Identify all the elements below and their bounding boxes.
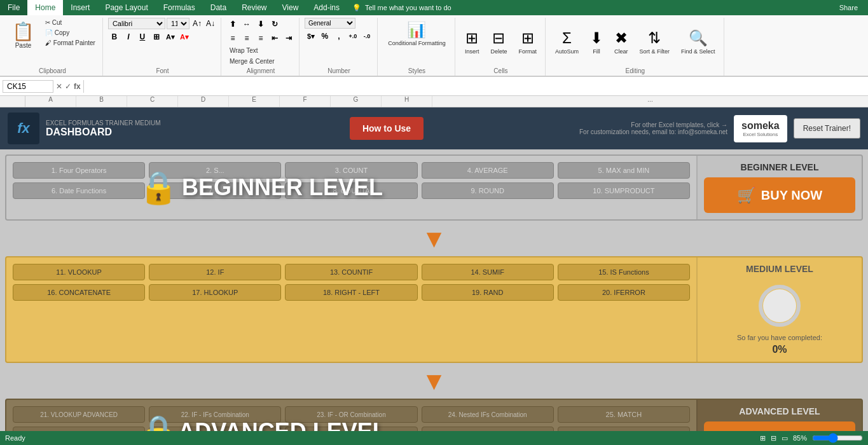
btn-max-min[interactable]: 5. MAX and MIN bbox=[558, 162, 690, 179]
increase-font-button[interactable]: A↑ bbox=[191, 19, 203, 28]
tab-formulas[interactable]: Formulas bbox=[156, 0, 203, 15]
increase-decimal-button[interactable]: +.0 bbox=[347, 30, 359, 43]
btn-concatenate[interactable]: 16. CONCATENATE bbox=[13, 284, 145, 301]
normal-view-button[interactable]: ▭ bbox=[782, 434, 788, 442]
accounting-format-button[interactable]: $▾ bbox=[305, 30, 317, 43]
btn-vlookup-advanced[interactable]: 21. VLOOKUP ADVANCED bbox=[13, 406, 145, 423]
format-button[interactable]: ⊞ Format bbox=[514, 26, 541, 58]
tab-insert[interactable]: Insert bbox=[63, 0, 97, 15]
btn-four-operators[interactable]: 1. Four Operators bbox=[13, 162, 145, 179]
btn-is-functions[interactable]: 15. IS Functions bbox=[558, 264, 690, 280]
btn-if-ifs[interactable]: 22. IF - IFs Combination bbox=[149, 406, 281, 423]
beginner-buy-now-button[interactable]: 🛒 BUY NOW bbox=[704, 177, 855, 213]
border-button[interactable]: ⊞ bbox=[150, 31, 163, 43]
fill-color-button[interactable]: A▾ bbox=[164, 31, 177, 43]
tab-view[interactable]: View bbox=[275, 0, 307, 15]
spreadsheet-area: fx EXCEL FORMULAS TRAINER MEDIUM DASHBOA… bbox=[0, 107, 868, 445]
underline-button[interactable]: U bbox=[136, 31, 149, 43]
number-group: General $▾ % , +.0 -.0 Number bbox=[301, 18, 378, 76]
btn-lesson7[interactable]: 7. ... bbox=[149, 182, 281, 199]
merge-center-button[interactable]: Merge & Center bbox=[226, 57, 278, 66]
btn-vlookup[interactable]: 11. VLOOKUP bbox=[13, 264, 145, 280]
tab-data[interactable]: Data bbox=[203, 0, 234, 15]
format-painter-button[interactable]: 🖌 Format Painter bbox=[42, 38, 99, 48]
page-layout-view-button[interactable]: ⊞ bbox=[760, 434, 766, 442]
btn-date-functions[interactable]: 6. Date Functions bbox=[13, 182, 145, 199]
italic-button[interactable]: I bbox=[122, 31, 135, 43]
delete-button[interactable]: ⊟ Delete bbox=[486, 26, 511, 58]
number-format-select[interactable]: General bbox=[305, 18, 355, 29]
decrease-font-button[interactable]: A↓ bbox=[204, 19, 217, 28]
cell-reference-box[interactable]: CK15 bbox=[3, 80, 53, 93]
btn-if[interactable]: 12. IF bbox=[149, 264, 281, 280]
cut-button[interactable]: ✂ Cut bbox=[42, 18, 99, 27]
share-button[interactable]: Share bbox=[839, 4, 863, 11]
tab-home[interactable]: Home bbox=[27, 0, 63, 15]
dashboard-title: DASHBOARD bbox=[46, 127, 343, 138]
tab-page-layout[interactable]: Page Layout bbox=[97, 0, 155, 15]
align-left-button[interactable]: ≡ bbox=[226, 32, 239, 44]
insert-function-icon[interactable]: fx bbox=[74, 82, 81, 91]
tab-file[interactable]: File bbox=[0, 0, 27, 15]
font-color-button[interactable]: A▾ bbox=[178, 31, 191, 43]
indent-decrease-button[interactable]: ⇤ bbox=[268, 32, 281, 44]
tab-addins[interactable]: Add-ins bbox=[306, 0, 347, 15]
status-right-area: ⊞ ⊟ ▭ 85% bbox=[760, 433, 863, 443]
font-family-select[interactable]: Calibri bbox=[108, 18, 165, 29]
tab-review[interactable]: Review bbox=[234, 0, 274, 15]
zoom-slider[interactable] bbox=[812, 433, 863, 443]
btn-hlookup[interactable]: 17. HLOOKUP bbox=[149, 284, 281, 301]
btn-right-left[interactable]: 18. RIGHT - LEFT bbox=[285, 284, 417, 301]
wrap-text-button[interactable]: Wrap Text bbox=[226, 46, 261, 55]
find-select-button[interactable]: 🔍 Find & Select bbox=[677, 26, 720, 58]
copy-button[interactable]: 📄 Copy bbox=[42, 28, 99, 38]
text-direction-button[interactable]: ↻ bbox=[268, 18, 281, 31]
align-bottom-button[interactable]: ⬇ bbox=[254, 18, 267, 31]
btn-average[interactable]: 4. AVERAGE bbox=[422, 162, 554, 179]
indent-increase-button[interactable]: ⇥ bbox=[282, 32, 295, 44]
font-size-select[interactable]: 11 bbox=[167, 18, 189, 29]
btn-match[interactable]: 25. MATCH bbox=[558, 406, 690, 423]
styles-label: Styles bbox=[408, 66, 425, 76]
btn-sumproduct[interactable]: 10. SUMPRODUCT bbox=[558, 182, 690, 199]
autosum-button[interactable]: Σ AutoSum bbox=[551, 26, 583, 58]
align-middle-button[interactable]: ↔ bbox=[240, 18, 253, 31]
reset-trainer-button[interactable]: Reset Trainer! bbox=[794, 118, 860, 139]
btn-nested-ifs[interactable]: 24. Nested IFs Combination bbox=[422, 406, 554, 423]
col-header-g: G bbox=[331, 96, 382, 107]
bold-button[interactable]: B bbox=[108, 31, 121, 43]
advanced-side-title: ADVANCED LEVEL bbox=[739, 406, 820, 416]
tell-me-input[interactable]: Tell me what you want to do bbox=[365, 4, 836, 11]
btn-if-or[interactable]: 23. IF - OR Combination bbox=[285, 406, 417, 423]
conditional-formatting-button[interactable]: 📊 Conditional Formatting bbox=[383, 18, 450, 50]
conditional-formatting-label: Conditional Formatting bbox=[388, 40, 446, 46]
btn-rand[interactable]: 19. RAND bbox=[422, 284, 554, 301]
someka-brand-sub: Excel Solutions bbox=[741, 132, 780, 137]
align-center-button[interactable]: ≡ bbox=[240, 32, 253, 44]
btn-sumif[interactable]: 14. SUMIF bbox=[422, 264, 554, 280]
align-top-button[interactable]: ⬆ bbox=[226, 18, 239, 31]
page-break-view-button[interactable]: ⊟ bbox=[771, 434, 776, 442]
paste-button[interactable]: 📋 Paste bbox=[6, 18, 40, 52]
formula-input[interactable] bbox=[86, 81, 865, 92]
btn-counta[interactable]: 8. COUNTA bbox=[285, 182, 417, 199]
btn-lesson2[interactable]: 2. S... bbox=[149, 162, 281, 179]
how-to-use-button[interactable]: How to Use bbox=[350, 117, 424, 140]
clear-button[interactable]: ✖ Clear bbox=[610, 26, 633, 58]
align-right-button[interactable]: ≡ bbox=[254, 32, 267, 44]
fill-button[interactable]: ⬇ Fill bbox=[586, 26, 607, 58]
percent-button[interactable]: % bbox=[319, 30, 331, 43]
sort-filter-button[interactable]: ⇅ Sort & Filter bbox=[635, 26, 675, 58]
confirm-icon[interactable]: ✓ bbox=[65, 82, 71, 91]
insert-button[interactable]: ⊞ Insert bbox=[460, 26, 484, 58]
comma-button[interactable]: , bbox=[333, 30, 345, 43]
cancel-icon[interactable]: ✕ bbox=[56, 82, 62, 91]
btn-round[interactable]: 9. ROUND bbox=[422, 182, 554, 199]
btn-countif[interactable]: 13. COUNTIF bbox=[285, 264, 417, 280]
info-area: For other Excel templates, click → For c… bbox=[430, 121, 727, 135]
cells-label: Cells bbox=[493, 66, 507, 76]
decrease-decimal-button[interactable]: -.0 bbox=[361, 30, 373, 43]
btn-count[interactable]: 3. COUNT bbox=[285, 162, 417, 179]
btn-iferror[interactable]: 20. IFERROR bbox=[558, 284, 690, 301]
col-header-d: D bbox=[178, 96, 229, 107]
